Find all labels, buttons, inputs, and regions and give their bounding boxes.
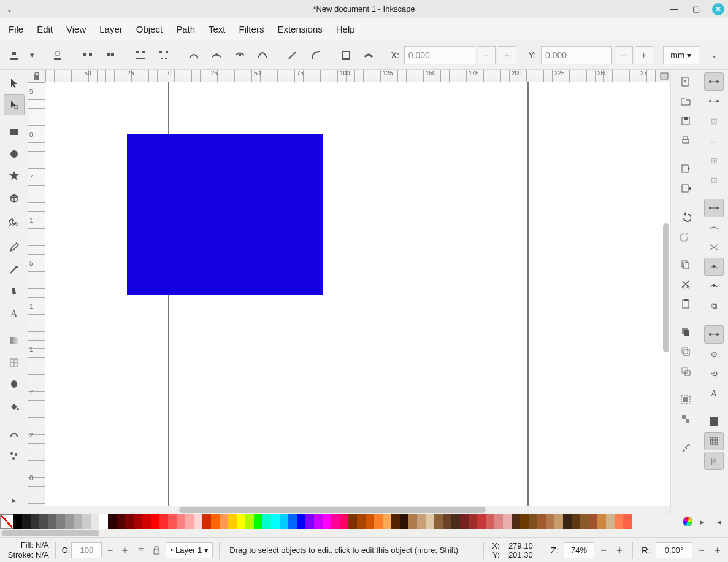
- node-y-plus[interactable]: +: [635, 46, 653, 64]
- color-swatch[interactable]: [13, 514, 22, 529]
- bezier-tool[interactable]: [4, 259, 25, 280]
- node-symmetric-button[interactable]: [229, 45, 250, 66]
- paste-button[interactable]: [676, 294, 695, 313]
- color-swatch[interactable]: [554, 514, 563, 529]
- color-swatch[interactable]: [56, 514, 65, 529]
- color-wheel-button[interactable]: [680, 514, 695, 529]
- spiral-tool[interactable]: [4, 210, 25, 231]
- color-swatch[interactable]: [237, 514, 245, 529]
- color-swatch[interactable]: [323, 514, 331, 529]
- color-swatch[interactable]: [366, 514, 374, 529]
- stroke-to-path-button[interactable]: [358, 45, 378, 66]
- insert-node-button[interactable]: [4, 45, 24, 66]
- redo-button[interactable]: [676, 227, 695, 245]
- fill-stroke-indicator[interactable]: Fill:N/A Stroke:N/A: [4, 541, 49, 560]
- snap-object-center-button[interactable]: ⊙: [704, 345, 724, 363]
- snap-midpoint-button[interactable]: ⧉: [704, 297, 724, 315]
- join-node-button[interactable]: [100, 45, 120, 66]
- dropper-tool[interactable]: [4, 374, 25, 395]
- node-auto-button[interactable]: [252, 45, 272, 66]
- layer-select[interactable]: • Layer 1 ▾: [166, 542, 213, 558]
- snap-smooth-button[interactable]: [704, 277, 724, 296]
- color-swatch[interactable]: [563, 514, 572, 529]
- color-swatch[interactable]: [486, 514, 494, 529]
- color-swatch[interactable]: [400, 514, 408, 529]
- color-swatch[interactable]: [305, 514, 314, 529]
- canvas[interactable]: [45, 82, 670, 506]
- vertical-scrollbar[interactable]: [663, 223, 669, 352]
- snap-bbox-button[interactable]: [704, 92, 724, 110]
- color-swatch[interactable]: [194, 514, 202, 529]
- color-swatch[interactable]: [434, 514, 443, 529]
- mesh-tool[interactable]: [4, 352, 25, 373]
- star-tool[interactable]: [4, 166, 25, 187]
- color-swatch[interactable]: [314, 514, 323, 529]
- unlink-clone-button[interactable]: [676, 362, 695, 380]
- color-swatch[interactable]: [357, 514, 366, 529]
- color-swatch[interactable]: [65, 514, 74, 529]
- undo-button[interactable]: [676, 207, 695, 226]
- delete-node-button[interactable]: [47, 45, 67, 66]
- rectangle-tool[interactable]: [4, 121, 25, 142]
- menu-object[interactable]: Object: [131, 21, 167, 37]
- snap-text-baseline-button[interactable]: A: [704, 384, 724, 402]
- color-swatch[interactable]: [383, 514, 391, 529]
- paint-bucket-tool[interactable]: [4, 396, 25, 417]
- palette-menu-button[interactable]: ◂: [710, 514, 728, 529]
- color-swatch[interactable]: [374, 514, 383, 529]
- pencil-tool[interactable]: [4, 237, 25, 258]
- rotation-minus[interactable]: −: [695, 542, 708, 558]
- color-swatch[interactable]: [177, 514, 185, 529]
- color-swatch[interactable]: [512, 514, 520, 529]
- rotation-plus[interactable]: +: [711, 542, 724, 558]
- toolbox-more[interactable]: ▸: [4, 490, 25, 510]
- color-swatch[interactable]: [417, 514, 426, 529]
- opacity-plus[interactable]: +: [118, 542, 131, 558]
- vertical-ruler[interactable]: 5071511720: [28, 82, 45, 506]
- menu-path[interactable]: Path: [171, 21, 200, 37]
- color-swatch[interactable]: [22, 514, 31, 529]
- node-cusp-button[interactable]: [183, 45, 204, 66]
- color-swatch[interactable]: [460, 514, 469, 529]
- snap-bbox-edge-button[interactable]: ⊡: [704, 112, 724, 130]
- cut-button[interactable]: [676, 275, 695, 293]
- unit-select[interactable]: mm ▾: [663, 46, 699, 64]
- palette-scrollbar-thumb[interactable]: [1, 530, 99, 536]
- color-swatch[interactable]: [348, 514, 357, 529]
- color-swatch[interactable]: [82, 514, 91, 529]
- horizontal-scrollbar[interactable]: [28, 506, 670, 514]
- color-swatch[interactable]: [451, 514, 460, 529]
- group-button[interactable]: [676, 390, 695, 409]
- zoom-minus[interactable]: −: [597, 542, 610, 558]
- segment-curve-button[interactable]: [305, 45, 326, 66]
- color-swatch[interactable]: [211, 514, 220, 529]
- color-swatch[interactable]: [331, 514, 340, 529]
- color-swatch[interactable]: [31, 514, 39, 529]
- layer-blend-icon[interactable]: ≡: [134, 542, 147, 558]
- snap-bbox-midpoint-button[interactable]: ⊞: [704, 151, 724, 169]
- text-tool[interactable]: A: [4, 303, 25, 324]
- import-button[interactable]: [676, 160, 695, 178]
- color-swatch[interactable]: [245, 514, 254, 529]
- snap-cusp-button[interactable]: [704, 258, 724, 276]
- palette-scroll-right[interactable]: ▸: [695, 514, 710, 529]
- color-swatch[interactable]: [623, 514, 632, 529]
- node-x-plus[interactable]: +: [498, 46, 516, 64]
- node-tool[interactable]: [4, 94, 25, 115]
- close-button[interactable]: ✕: [712, 3, 724, 15]
- join-segment-button[interactable]: [131, 45, 151, 66]
- 3dbox-tool[interactable]: [4, 188, 25, 209]
- color-swatch[interactable]: [228, 514, 237, 529]
- color-swatch[interactable]: [580, 514, 589, 529]
- rotation-input[interactable]: 0.00°: [656, 542, 692, 558]
- color-swatch[interactable]: [48, 514, 56, 529]
- snap-path-button[interactable]: [704, 218, 724, 237]
- snap-enable-button[interactable]: [704, 72, 724, 91]
- export-button[interactable]: [676, 179, 695, 198]
- node-y-input[interactable]: [541, 46, 612, 64]
- node-y-minus[interactable]: −: [615, 46, 632, 64]
- menu-file[interactable]: File: [4, 21, 28, 37]
- color-swatch[interactable]: [262, 514, 271, 529]
- layer-lock-icon[interactable]: [150, 542, 163, 558]
- color-swatch[interactable]: [469, 514, 477, 529]
